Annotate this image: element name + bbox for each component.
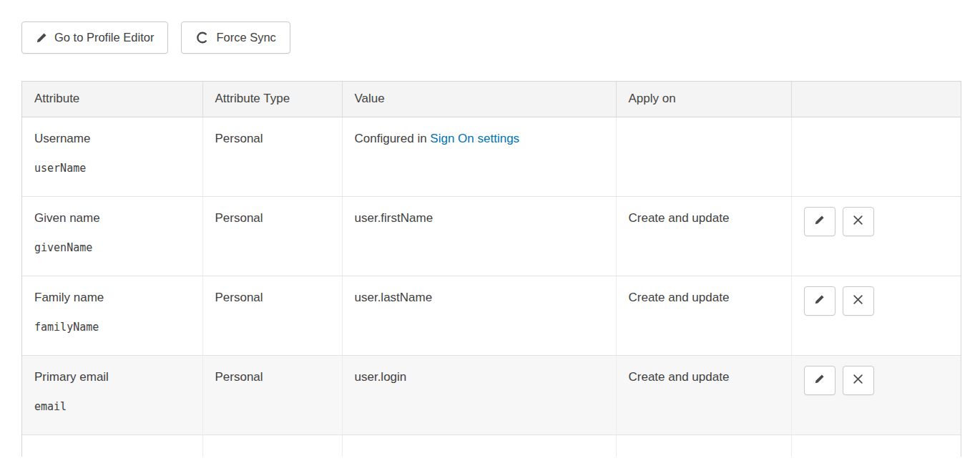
force-sync-button[interactable]: Force Sync (181, 21, 290, 54)
attribute-cell: Family name familyName (22, 276, 202, 355)
attribute-cell (22, 435, 202, 457)
force-sync-label: Force Sync (216, 31, 275, 44)
x-icon (853, 374, 863, 387)
value-cell: Configured in Sign On settings (342, 117, 616, 196)
table-row-family-name: Family name familyName Personal user.las… (22, 276, 961, 355)
delete-attribute-button[interactable] (843, 286, 874, 316)
value-text: user.login (355, 370, 407, 384)
attribute-cell: Username userName (22, 117, 202, 196)
value-cell: user.lastName (342, 276, 616, 355)
value-cell (342, 435, 616, 457)
attribute-mappings-page: Go to Profile Editor Force Sync Attribut… (0, 0, 980, 457)
actions-cell (791, 196, 961, 276)
actions-cell (791, 355, 961, 435)
table-row-username: Username userName Personal Configured in… (22, 117, 961, 196)
pencil-icon (814, 294, 825, 307)
edit-attribute-button[interactable] (804, 207, 836, 236)
value-text: user.firstName (355, 211, 433, 225)
attribute-type-label: Personal (215, 132, 263, 145)
column-header-attribute-type: Attribute Type (202, 82, 342, 117)
x-icon (853, 215, 863, 228)
sync-refresh-icon (195, 31, 209, 44)
apply-on-cell (616, 117, 791, 196)
attribute-type-label: Personal (215, 211, 263, 225)
table-row-partial (22, 435, 961, 457)
delete-attribute-button[interactable] (843, 207, 874, 236)
pencil-icon (814, 374, 825, 387)
column-header-apply-on: Apply on (616, 82, 791, 117)
apply-on-cell: Create and update (616, 276, 791, 355)
attribute-type-cell: Personal (202, 196, 342, 276)
attribute-variable: email (34, 400, 190, 413)
column-header-value: Value (342, 82, 616, 117)
value-text: user.lastName (355, 291, 433, 304)
pencil-icon (36, 32, 47, 44)
attribute-type-cell: Personal (202, 276, 342, 355)
attribute-label: Family name (34, 291, 190, 305)
attribute-label: Username (34, 132, 190, 146)
attribute-label: Given name (34, 211, 190, 225)
attribute-variable: userName (34, 162, 190, 175)
actions-cell (791, 435, 961, 457)
value-text: Configured in (355, 132, 431, 145)
attribute-mappings-table: Attribute Attribute Type Value Apply on … (21, 81, 961, 457)
go-to-profile-editor-button[interactable]: Go to Profile Editor (21, 21, 168, 54)
attribute-cell: Given name givenName (22, 196, 202, 276)
column-header-attribute: Attribute (22, 82, 202, 117)
actions-cell (791, 117, 961, 196)
attribute-variable: givenName (34, 241, 190, 254)
sign-on-settings-link[interactable]: Sign On settings (430, 132, 519, 145)
column-header-actions (791, 82, 961, 117)
apply-on-cell (616, 435, 791, 457)
table-header-row: Attribute Attribute Type Value Apply on (22, 82, 961, 117)
delete-attribute-button[interactable] (843, 366, 874, 395)
value-cell: user.login (342, 355, 616, 435)
toolbar: Go to Profile Editor Force Sync (21, 21, 961, 54)
attribute-type-cell (202, 435, 342, 457)
apply-on-cell: Create and update (616, 355, 791, 435)
x-icon (853, 294, 863, 307)
attribute-type-label: Personal (215, 370, 263, 384)
attribute-type-label: Personal (215, 291, 263, 304)
attribute-type-cell: Personal (202, 117, 342, 196)
apply-on-cell: Create and update (616, 196, 791, 276)
go-to-profile-editor-label: Go to Profile Editor (54, 31, 154, 44)
attribute-type-cell: Personal (202, 355, 342, 435)
pencil-icon (814, 215, 825, 228)
actions-cell (791, 276, 961, 355)
table-row-primary-email: Primary email email Personal user.login … (22, 355, 961, 435)
attribute-variable: familyName (34, 321, 190, 334)
edit-attribute-button[interactable] (804, 366, 836, 395)
value-cell: user.firstName (342, 196, 616, 276)
attribute-label: Primary email (34, 370, 190, 384)
edit-attribute-button[interactable] (804, 286, 836, 316)
attribute-cell: Primary email email (22, 355, 202, 435)
table-row-given-name: Given name givenName Personal user.first… (22, 196, 961, 276)
